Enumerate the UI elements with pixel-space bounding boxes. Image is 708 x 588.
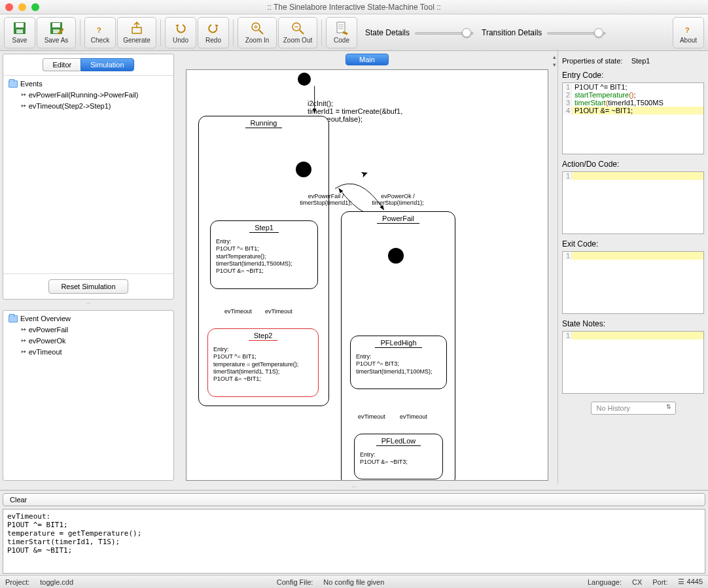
svg-rect-16 [337,22,345,33]
svg-line-14 [300,30,304,34]
left-tabs: Editor Simulation [3,54,173,76]
main-row: Editor Simulation Events ↦evPowerFail(Ru… [0,51,708,483]
state-details-slider[interactable] [415,27,474,38]
state-notes-box[interactable]: 1 [562,331,704,394]
svg-rect-2 [16,29,23,33]
window-controls [5,3,39,11]
code-button[interactable]: Code [326,17,357,48]
language-label: Language: [588,578,622,586]
redo-icon [206,21,221,35]
config-value: No config file given [323,578,384,586]
state-pfledhigh[interactable]: PFLedHigh Entry: P1OUT ^= BIT3; timerSta… [350,336,447,389]
edge-label-evtimeout: evTimeout [358,413,385,420]
save-button[interactable]: Save [4,17,35,48]
edge-label-powerok: evPowerOk /timerStop(timerId1); [368,193,427,206]
export-icon [130,21,144,35]
zoom-out-icon [291,21,305,35]
toolbar: Save Save As ? Check Generate Undo Redo … [0,14,708,51]
splitter-horizontal[interactable]: ⋯ [3,300,174,306]
scroll-down-icon[interactable]: ▾ [553,61,556,68]
overview-item[interactable]: ↦evPowerFail [9,324,168,335]
chevron-updown-icon: ⇅ [666,404,671,410]
initial-state-icon [296,162,311,177]
port-label: Port: [652,578,667,586]
svg-rect-4 [52,23,60,27]
diagram-canvas[interactable]: i2cInit();timerId1 = timerCreate(&buf1, … [186,69,548,481]
events-panel: Editor Simulation Events ↦evPowerFail(Ru… [3,54,174,300]
edge-label-evtimeout: evTimeout [224,308,252,315]
history-select[interactable]: No History ⇅ [591,402,676,415]
properties-header: Properties of state: Step1 [562,56,704,65]
state-details-slider-group: State Details [365,27,474,38]
port-value: ☰ 4445 [678,578,703,586]
overview-item[interactable]: ↦evPowerOk [9,335,168,346]
undo-icon [173,21,188,35]
exit-code-label: Exit Code: [562,239,704,249]
zoom-in-button[interactable]: Zoom In [238,17,277,48]
svg-rect-1 [16,23,24,27]
arrow-icon: ↦ [22,347,26,356]
log-panel: Clear evTimeout: P1OUT ^= BIT1; temperat… [0,490,708,575]
zoom-in-icon [250,21,264,35]
splitter-horizontal[interactable]: ⋯ [0,483,708,490]
edge-label-powerfail: evPowerFail /timerStop(timerId1); [296,193,355,206]
language-value: CX [632,578,642,586]
arrow-icon: ↦ [22,325,26,334]
state-step1[interactable]: Step1 Entry: P1OUT ^= BIT1; startTempera… [210,220,318,289]
project-name: toggle.cdd [40,578,73,586]
config-label: Config File: [277,578,313,586]
floppy-pencil-icon [49,21,63,35]
undo-button[interactable]: Undo [165,17,196,48]
reset-simulation-button[interactable]: Reset Simulation [48,279,128,294]
main-tab[interactable]: Main [345,54,389,65]
folder-icon [9,80,18,88]
entry-code-box[interactable]: 1P1OUT ^= BIT1; 2startTemperature(); 3ti… [562,82,704,154]
state-step2[interactable]: Step2 Entry: P1OUT ^= BIT1; temperature … [207,328,319,397]
document-icon [334,21,349,35]
event-item[interactable]: ↦evTimeout(Step2->Step1) [9,100,168,111]
log-output[interactable]: evTimeout: P1OUT ^= BIT1; temperature = … [3,509,705,574]
save-as-button[interactable]: Save As [37,17,76,48]
question-icon: ? [93,21,107,35]
zoom-window-icon[interactable] [31,3,39,11]
init-label: i2cInit();timerId1 = timerCreate(&buf1, … [308,99,451,123]
transition-details-label: Transition Details [482,28,542,37]
event-item[interactable]: ↦evPowerFail(Running->PowerFail) [9,89,168,100]
action-code-box[interactable]: 1 [562,171,704,234]
check-button[interactable]: ? Check [84,17,116,48]
transition-details-slider[interactable] [547,27,606,38]
event-overview-panel: Event Overview ↦evPowerFail ↦evPowerOk ↦… [3,310,174,481]
left-column: Editor Simulation Events ↦evPowerFail(Ru… [0,51,177,483]
zoom-out-button[interactable]: Zoom Out [278,17,317,48]
project-label: Project: [5,578,29,586]
statusbar: Project: toggle.cdd Config File: No conf… [0,575,708,588]
action-code-label: Action/Do Code: [562,160,704,169]
redo-button[interactable]: Redo [198,17,229,48]
svg-rect-8 [132,27,141,33]
edge-label-evtimeout: evTimeout [400,413,427,420]
clear-button[interactable]: Clear [3,493,705,506]
arrow-icon: ↦ [22,336,26,345]
tab-editor[interactable]: Editor [43,58,80,71]
exit-code-box[interactable]: 1 [562,251,704,314]
transition-details-slider-group: Transition Details [482,27,606,38]
properties-panel: Properties of state: Step1 Entry Code: 1… [558,51,708,483]
generate-button[interactable]: Generate [117,17,156,48]
state-details-label: State Details [365,28,410,37]
arrow-icon: ↦ [22,90,26,99]
about-button[interactable]: ? About [673,17,704,48]
scroll-up-icon[interactable]: ▴ [553,54,556,60]
overview-item[interactable]: ↦evTimeout [9,346,168,357]
overview-header[interactable]: Event Overview [9,315,168,322]
close-window-icon[interactable] [5,3,13,11]
help-icon: ? [681,21,696,35]
state-notes-label: State Notes: [562,319,704,328]
minimize-window-icon[interactable] [18,3,26,11]
state-pfledlow[interactable]: PFLedLow Entry: P1OUT &= ~BIT3; [354,434,443,479]
tab-simulation[interactable]: Simulation [80,58,133,71]
events-header[interactable]: Events [9,80,168,88]
svg-text:?: ? [97,26,101,34]
window-title: :: The Sinelabore Interactive State-Mach… [0,3,708,12]
svg-line-10 [259,30,263,34]
events-tree: Events ↦evPowerFail(Running->PowerFail) … [3,76,173,273]
